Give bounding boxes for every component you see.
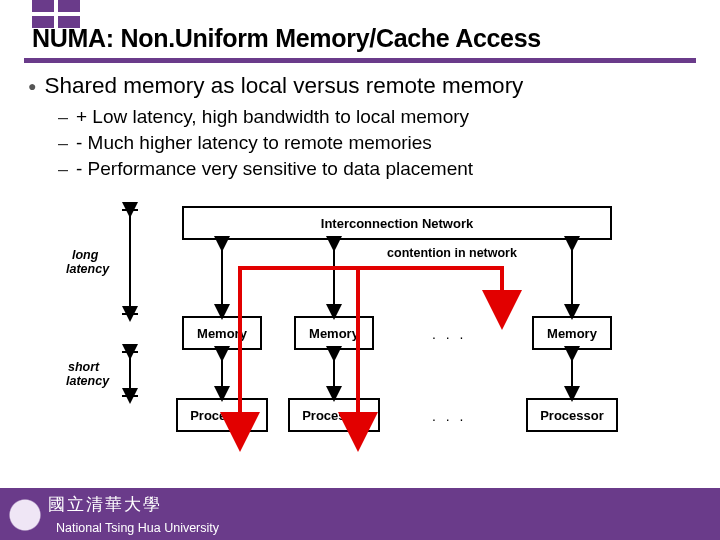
sub-bullet-text: - Performance very sensitive to data pla… xyxy=(76,156,473,182)
dash-icon: – xyxy=(58,156,70,182)
slide: NUMA: Non.Uniform Memory/Cache Access ● … xyxy=(0,0,720,540)
dash-icon: – xyxy=(58,130,70,156)
bullet-dot-icon: ● xyxy=(28,72,36,100)
footer-university-name: National Tsing Hua University xyxy=(56,521,219,535)
sub-bullet: – + Low latency, high bandwidth to local… xyxy=(58,104,692,130)
content-area: ● Shared memory as local versus remote m… xyxy=(28,72,692,182)
sub-bullet-list: – + Low latency, high bandwidth to local… xyxy=(58,104,692,182)
title-underline xyxy=(24,58,696,63)
footer: 國立清華大學 National Tsing Hua University xyxy=(0,488,720,540)
sub-bullet-text: - Much higher latency to remote memories xyxy=(76,130,432,156)
bullet-main: ● Shared memory as local versus remote m… xyxy=(28,72,692,100)
numa-diagram: Interconnection Network contention in ne… xyxy=(72,200,672,448)
sub-bullet: – - Performance very sensitive to data p… xyxy=(58,156,692,182)
page-title: NUMA: Non.Uniform Memory/Cache Access xyxy=(32,24,688,53)
university-seal-icon xyxy=(6,496,44,534)
diagram-arrows-icon xyxy=(72,200,672,448)
dash-icon: – xyxy=(58,104,70,130)
sub-bullet: – - Much higher latency to remote memori… xyxy=(58,130,692,156)
bullet-main-text: Shared memory as local versus remote mem… xyxy=(44,72,523,100)
sub-bullet-text: + Low latency, high bandwidth to local m… xyxy=(76,104,469,130)
footer-seal-text: 國立清華大學 xyxy=(48,493,162,516)
